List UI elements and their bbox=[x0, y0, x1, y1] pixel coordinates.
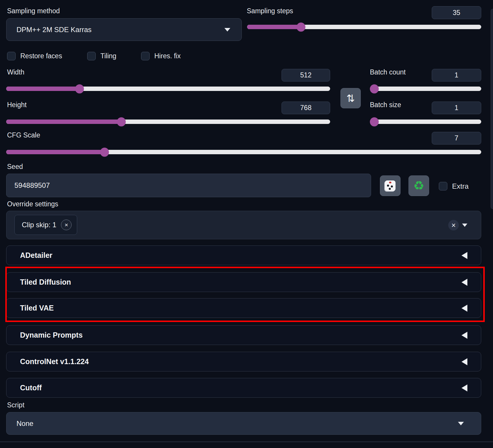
clear-all-icon[interactable]: × bbox=[448, 220, 459, 230]
triangle-left-icon bbox=[461, 358, 467, 365]
sampling-method-label: Sampling method bbox=[7, 7, 60, 15]
height-label: Height bbox=[7, 101, 27, 109]
chip-remove-icon[interactable]: × bbox=[61, 220, 72, 230]
height-input[interactable]: 768 bbox=[282, 102, 330, 114]
override-chip-label: Clip skip: 1 bbox=[22, 221, 56, 229]
tiling-checkbox[interactable] bbox=[87, 52, 96, 60]
seed-input[interactable]: 594889507 bbox=[6, 174, 371, 197]
script-label: Script bbox=[7, 401, 24, 409]
reuse-seed-button[interactable]: ♻ bbox=[408, 175, 429, 196]
override-settings-box[interactable]: Clip skip: 1 × × bbox=[6, 211, 481, 239]
accordion-title: ADetailer bbox=[20, 251, 52, 260]
accordion-dynamic-prompts[interactable]: Dynamic Prompts bbox=[6, 325, 481, 345]
swap-dimensions-button[interactable]: ⇅ bbox=[340, 88, 361, 108]
batch-count-slider[interactable] bbox=[370, 87, 481, 91]
cfg-scale-input[interactable]: 7 bbox=[432, 132, 481, 145]
triangle-left-icon bbox=[461, 384, 467, 391]
accordion-controlnet[interactable]: ControlNet v1.1.224 bbox=[6, 352, 481, 371]
batch-count-label: Batch count bbox=[370, 68, 406, 76]
restore-faces-checkbox[interactable] bbox=[7, 52, 16, 60]
sampling-method-value: DPM++ 2M SDE Karras bbox=[6, 26, 92, 34]
triangle-left-icon bbox=[461, 252, 467, 259]
restore-faces-label: Restore faces bbox=[20, 52, 62, 60]
seed-label: Seed bbox=[7, 163, 23, 171]
restore-faces-toggle[interactable]: Restore faces bbox=[7, 52, 62, 60]
annotation-highlight-box bbox=[5, 267, 485, 322]
adjacent-panel-edge bbox=[491, 9, 493, 209]
cfg-scale-slider[interactable] bbox=[6, 150, 481, 154]
hires-fix-label: Hires. fix bbox=[154, 52, 181, 60]
random-seed-button[interactable] bbox=[380, 175, 401, 196]
recycle-icon: ♻ bbox=[413, 180, 424, 192]
chevron-down-icon bbox=[458, 422, 464, 425]
slider-fill bbox=[6, 150, 105, 154]
slider-handle[interactable] bbox=[100, 147, 109, 157]
width-label: Width bbox=[7, 68, 24, 76]
batch-size-label: Batch size bbox=[370, 101, 401, 109]
width-input[interactable]: 512 bbox=[282, 69, 330, 82]
seed-value: 594889507 bbox=[6, 181, 50, 190]
dice-icon bbox=[385, 180, 396, 191]
script-select[interactable]: None bbox=[6, 412, 481, 435]
tiling-toggle[interactable]: Tiling bbox=[87, 52, 116, 60]
width-slider[interactable] bbox=[6, 87, 330, 91]
override-chip: Clip skip: 1 × bbox=[14, 215, 77, 235]
sampling-steps-slider[interactable] bbox=[247, 25, 481, 29]
slider-handle[interactable] bbox=[370, 84, 379, 93]
section-divider bbox=[0, 442, 493, 442]
override-settings-label: Override settings bbox=[7, 200, 58, 208]
slider-handle[interactable] bbox=[117, 117, 126, 126]
slider-fill bbox=[6, 120, 121, 124]
accordion-title: Cutoff bbox=[20, 384, 42, 392]
extra-checkbox[interactable] bbox=[439, 182, 447, 190]
hires-fix-checkbox[interactable] bbox=[141, 52, 150, 60]
cfg-scale-label: CFG Scale bbox=[7, 131, 40, 139]
txt2img-settings-panel: Sampling method DPM++ 2M SDE Karras Samp… bbox=[0, 0, 493, 448]
chevron-down-icon[interactable] bbox=[462, 223, 467, 227]
batch-count-input[interactable]: 1 bbox=[432, 69, 481, 82]
accordion-title: Dynamic Prompts bbox=[20, 331, 83, 339]
height-slider[interactable] bbox=[6, 120, 330, 124]
slider-fill bbox=[6, 87, 80, 91]
hires-fix-toggle[interactable]: Hires. fix bbox=[141, 52, 181, 60]
slider-handle[interactable] bbox=[297, 22, 305, 31]
triangle-left-icon bbox=[461, 332, 467, 339]
slider-handle[interactable] bbox=[370, 117, 379, 126]
swap-arrows-icon: ⇅ bbox=[346, 92, 355, 104]
tiling-label: Tiling bbox=[100, 52, 116, 60]
sampling-steps-input[interactable]: 35 bbox=[432, 6, 481, 19]
script-value: None bbox=[6, 419, 33, 428]
batch-size-input[interactable]: 1 bbox=[432, 102, 481, 114]
chevron-down-icon bbox=[224, 28, 230, 31]
accordion-adetailer[interactable]: ADetailer bbox=[6, 245, 481, 265]
slider-handle[interactable] bbox=[75, 84, 84, 93]
sampling-method-select[interactable]: DPM++ 2M SDE Karras bbox=[6, 18, 242, 41]
extra-seed-toggle[interactable]: Extra bbox=[439, 182, 469, 190]
accordion-title: ControlNet v1.1.224 bbox=[20, 357, 89, 366]
extra-label: Extra bbox=[452, 182, 469, 190]
sampling-steps-label: Sampling steps bbox=[247, 7, 293, 15]
batch-size-slider[interactable] bbox=[370, 120, 481, 124]
slider-fill bbox=[247, 25, 301, 29]
accordion-cutoff[interactable]: Cutoff bbox=[6, 378, 481, 398]
